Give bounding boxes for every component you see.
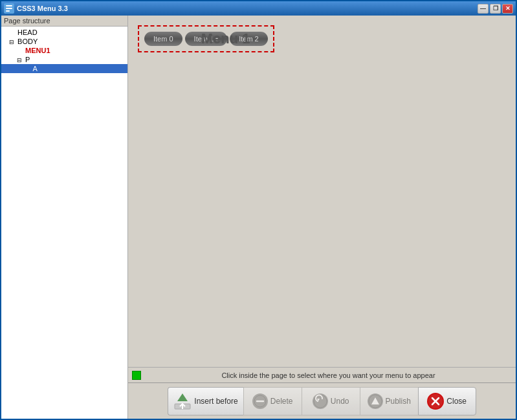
delete-button[interactable]: Delete bbox=[243, 387, 302, 415]
publish-button[interactable]: Publish bbox=[360, 387, 418, 415]
tree-label-a: A bbox=[32, 65, 37, 72]
close-icon bbox=[427, 393, 444, 410]
expander-menu1 bbox=[17, 48, 23, 54]
insert-before-label: Insert before bbox=[194, 397, 237, 406]
tree-item-body[interactable]: ⊟ BODY bbox=[1, 37, 127, 46]
minimize-button[interactable]: — bbox=[478, 4, 489, 14]
menu-item-1-label: Item 1 bbox=[194, 35, 214, 43]
expander-body: ⊟ bbox=[9, 39, 16, 45]
window-close-button[interactable]: ✕ bbox=[502, 4, 513, 14]
tree-label-head: HEAD bbox=[17, 28, 38, 36]
main-content: Page structure HEAD ⊟ BODY MENU1 bbox=[1, 16, 516, 419]
close-button[interactable]: Close bbox=[418, 387, 476, 415]
window-title: CSS3 Menu 3.3 bbox=[17, 5, 478, 12]
title-bar: CSS3 Menu 3.3 — ❐ ✕ bbox=[1, 1, 516, 16]
menu-item-1-arrow: ▾ bbox=[215, 36, 218, 42]
tree-item-menu1[interactable]: MENU1 bbox=[1, 46, 127, 55]
expander-a bbox=[25, 66, 31, 72]
status-bar: Click inside the page to select where yo… bbox=[128, 367, 516, 382]
tree-item-head[interactable]: HEAD bbox=[1, 28, 127, 37]
delete-label: Delete bbox=[270, 397, 293, 406]
window-controls: — ❐ ✕ bbox=[478, 4, 513, 14]
tree-item-p[interactable]: ⊟ P bbox=[1, 55, 127, 64]
close-label: Close bbox=[446, 397, 467, 406]
status-indicator bbox=[132, 371, 141, 380]
menu-item-0[interactable]: Item 0 bbox=[144, 32, 182, 46]
menu-item-0-label: Item 0 bbox=[153, 35, 173, 43]
preview-area: Item 0 Item 1 ▾ Item 2 Menu 1 bbox=[128, 16, 516, 419]
sidebar: Page structure HEAD ⊟ BODY MENU1 bbox=[1, 16, 128, 419]
bottom-toolbar: Insert before Delete bbox=[128, 382, 516, 419]
app-icon bbox=[4, 3, 14, 14]
undo-button[interactable]: Undo bbox=[302, 387, 360, 415]
tree-label-menu1: MENU1 bbox=[25, 47, 50, 54]
menu-item-2-label: Item 2 bbox=[239, 35, 259, 43]
publish-label: Publish bbox=[386, 397, 411, 406]
insert-before-icon bbox=[173, 392, 192, 410]
page-structure-tree: HEAD ⊟ BODY MENU1 ⊟ P bbox=[1, 27, 127, 419]
menu-item-2[interactable]: Item 2 bbox=[230, 32, 268, 46]
tree-item-a[interactable]: A bbox=[1, 64, 127, 73]
undo-label: Undo bbox=[331, 397, 349, 406]
svg-marker-4 bbox=[177, 393, 188, 401]
expander-p: ⊟ bbox=[17, 57, 23, 63]
restore-button[interactable]: ❐ bbox=[490, 4, 501, 14]
menu-selection-box: Item 0 Item 1 ▾ Item 2 Menu 1 bbox=[138, 25, 274, 52]
menu-item-1[interactable]: Item 1 ▾ bbox=[185, 32, 228, 46]
undo-icon bbox=[313, 393, 328, 409]
preview-canvas[interactable]: Item 0 Item 1 ▾ Item 2 Menu 1 bbox=[128, 16, 516, 367]
tree-label-body: BODY bbox=[17, 38, 38, 45]
svg-rect-0 bbox=[6, 5, 12, 6]
expander-head bbox=[9, 30, 16, 36]
tree-label-p: P bbox=[25, 56, 30, 63]
svg-rect-2 bbox=[6, 10, 10, 12]
delete-icon bbox=[252, 393, 268, 409]
sidebar-title: Page structure bbox=[1, 16, 127, 27]
menu-preview: Item 0 Item 1 ▾ Item 2 bbox=[144, 32, 268, 46]
svg-rect-1 bbox=[6, 8, 12, 9]
insert-before-button[interactable]: Insert before bbox=[168, 387, 243, 415]
status-message: Click inside the page to select where yo… bbox=[145, 371, 512, 379]
app-window: CSS3 Menu 3.3 — ❐ ✕ Page structure HEAD … bbox=[0, 0, 517, 420]
publish-icon bbox=[368, 393, 383, 409]
